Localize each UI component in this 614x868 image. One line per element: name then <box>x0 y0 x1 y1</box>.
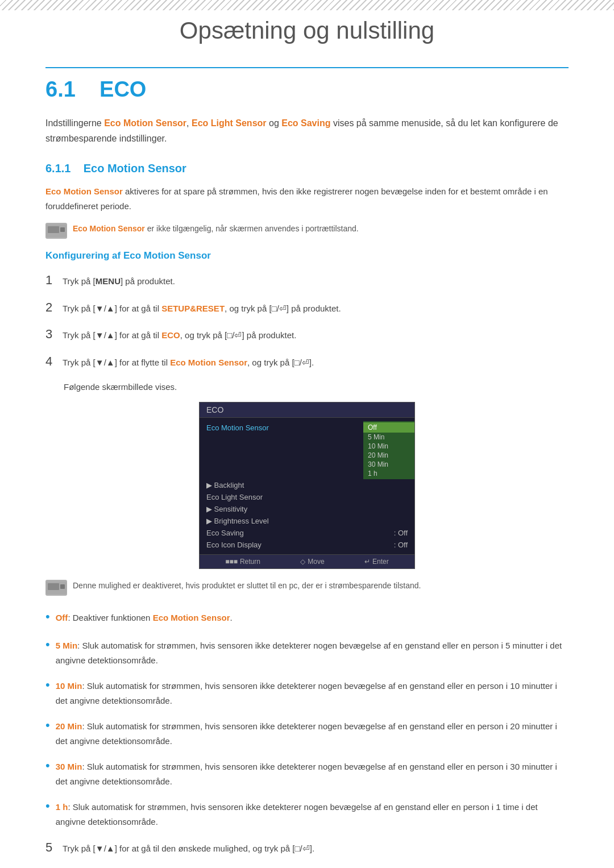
note-icon-1 <box>45 223 67 239</box>
bullet-dot-3: • <box>45 674 50 695</box>
svg-rect-5 <box>60 584 65 589</box>
menu-sensitivity-label: ▶ Sensitivity <box>206 505 247 513</box>
step-1: 1 Tryk på [MENU] på produktet. <box>45 269 569 290</box>
section-heading: 6.1 ECO <box>45 67 569 102</box>
steps-list: 1 Tryk på [MENU] på produktet. 2 Tryk på… <box>45 269 569 372</box>
menu-item-sensitivity: ▶ Sensitivity <box>200 503 414 515</box>
menu-item-eco-icon: Eco Icon Display : Off <box>200 539 414 551</box>
bullet-1h-text: 1 h: Sluk automatisk for strømmen, hvis … <box>56 800 569 829</box>
move-icon: ◇ <box>300 558 305 566</box>
bullet-off-text: Off: Deaktiver funktionen Eco Motion Sen… <box>56 610 233 625</box>
intro-highlight2: Eco Light Sensor <box>192 118 267 128</box>
bullet-10min-text: 10 Min: Sluk automatisk for strømmen, hv… <box>56 679 569 708</box>
bullet-dot-4: • <box>45 715 50 736</box>
menu-screenshot-wrapper: ECO Eco Motion Sensor Off 5 Min 10 Min 2… <box>45 402 569 569</box>
subsection-number: 6.1.1 <box>45 162 70 175</box>
enter-label: Enter <box>372 558 389 566</box>
return-label: Return <box>240 558 260 566</box>
menu-item-eco-light: Eco Light Sensor <box>200 491 414 503</box>
menu-eco-motion-row: Eco Motion Sensor Off 5 Min 10 Min 20 Mi… <box>200 421 414 479</box>
bullet-dot-5: • <box>45 755 50 776</box>
bullet-5min: • 5 Min: Sluk automatisk for strømmen, h… <box>45 635 569 667</box>
footer-return: ■■■ Return <box>225 558 260 566</box>
note-highlight: Eco Motion Sensor <box>73 224 145 233</box>
bullet-10min: • 10 Min: Sluk automatisk for strømmen, … <box>45 675 569 708</box>
step-2: 2 Tryk på [▼/▲] for at gå til SETUP&RESE… <box>45 297 569 318</box>
bullet-1h-term: 1 h <box>56 802 68 812</box>
desc-highlight: Eco Motion Sensor <box>45 186 123 196</box>
step5-num: 5 <box>45 837 57 858</box>
bullet-20min: • 20 Min: Sluk automatisk for strømmen, … <box>45 716 569 748</box>
step3-highlight: ECO <box>161 330 180 340</box>
bullet-list: • Off: Deaktiver funktionen Eco Motion S… <box>45 607 569 829</box>
bullet-30min-term: 30 Min <box>56 762 82 771</box>
menu-ecolight-label: Eco Light Sensor <box>206 493 263 501</box>
note-block-1: Eco Motion Sensor er ikke tilgængelig, n… <box>45 222 569 239</box>
subsection-heading: 6.1.1 Eco Motion Sensor <box>45 162 569 175</box>
description-paragraph: Eco Motion Sensor aktiveres for at spare… <box>45 184 569 213</box>
bullet-5min-term: 5 Min <box>56 641 77 650</box>
footer-enter: ↵ Enter <box>364 558 389 566</box>
step-3: 3 Tryk på [▼/▲] for at gå til ECO, og tr… <box>45 323 569 344</box>
footer-move: ◇ Move <box>300 558 324 566</box>
bullet-30min-text: 30 Min: Sluk automatisk for strømmen, hv… <box>56 759 569 788</box>
menu-ecosaving-value: : Off <box>394 529 408 537</box>
menu-item-backlight: ▶ Backlight <box>200 479 414 491</box>
note-icon-2 <box>45 580 67 596</box>
menu-ecoicon-label: Eco Icon Display <box>206 541 262 549</box>
intro-highlight1: Eco Motion Sensor <box>104 118 186 128</box>
move-label: Move <box>308 558 324 566</box>
step-5: 5 Tryk på [▼/▲] for at gå til den ønsked… <box>45 837 569 858</box>
config-heading: Konfigurering af Eco Motion Sensor <box>45 250 569 261</box>
step4-followup: Følgende skærmbillede vises. <box>64 382 569 392</box>
menu-brightness-label: ▶ Brightness Level <box>206 517 269 525</box>
bullet-off-term: Off <box>56 613 68 622</box>
svg-rect-2 <box>60 227 65 232</box>
section-number: 6.1 <box>45 77 76 101</box>
bullet-dot-6: • <box>45 795 50 816</box>
bullet-dot-2: • <box>45 634 50 655</box>
menu-dropdown: Off 5 Min 10 Min 20 Min 30 Min 1 h <box>363 421 414 479</box>
menu-body: Eco Motion Sensor Off 5 Min 10 Min 20 Mi… <box>200 418 414 554</box>
bullet-20min-text: 20 Min: Sluk automatisk for strømmen, hv… <box>56 719 569 748</box>
svg-rect-1 <box>48 226 59 233</box>
bullet-off-highlight: Eco Motion Sensor <box>153 613 230 622</box>
top-decorative-strip <box>0 0 614 10</box>
bullet-off: • Off: Deaktiver funktionen Eco Motion S… <box>45 607 569 627</box>
menu-item-eco-saving: Eco Saving : Off <box>200 527 414 539</box>
menu-title-bar: ECO <box>200 402 414 418</box>
step5-text: Tryk på [▼/▲] for at gå til den ønskede … <box>63 841 569 856</box>
intro-paragraph: Indstillingerne Eco Motion Sensor, Eco L… <box>45 115 569 146</box>
bullet-dot-1: • <box>45 606 50 627</box>
dropdown-10min: 10 Min <box>363 442 414 451</box>
intro-highlight3: Eco Saving <box>281 118 330 128</box>
return-icon: ■■■ <box>225 558 238 566</box>
enter-icon: ↵ <box>364 558 370 566</box>
dropdown-20min: 20 Min <box>363 451 414 460</box>
dropdown-5min: 5 Min <box>363 433 414 442</box>
svg-rect-4 <box>48 583 59 590</box>
bullet-30min: • 30 Min: Sluk automatisk for strømmen, … <box>45 756 569 788</box>
bullet-5min-text: 5 Min: Sluk automatisk for strømmen, hvi… <box>56 638 569 667</box>
menu-screenshot: ECO Eco Motion Sensor Off 5 Min 10 Min 2… <box>199 402 415 569</box>
page-title: Opsætning og nulstilling <box>0 17 614 44</box>
bullet-20min-term: 20 Min <box>56 721 82 731</box>
dropdown-off: Off <box>363 422 414 433</box>
step2-highlight: SETUP&RESET <box>161 304 225 313</box>
note-text-1: Eco Motion Sensor er ikke tilgængelig, n… <box>73 222 359 235</box>
main-content: 6.1 ECO Indstillingerne Eco Motion Senso… <box>0 56 614 868</box>
menu-backlight-label: ▶ Backlight <box>206 481 244 489</box>
menu-item-eco-motion-label: Eco Motion Sensor <box>200 421 363 479</box>
menu-ecosaving-label: Eco Saving <box>206 529 244 537</box>
section-title: ECO <box>99 77 146 101</box>
note-block-2: Denne mulighed er deaktiveret, hvis prod… <box>45 579 569 596</box>
bullet-10min-term: 10 Min <box>56 681 82 691</box>
dropdown-1h: 1 h <box>363 469 414 478</box>
menu-item-brightness: ▶ Brightness Level <box>200 515 414 527</box>
note-text-2: Denne mulighed er deaktiveret, hvis prod… <box>73 579 421 592</box>
bullet-1h: • 1 h: Sluk automatisk for strømmen, hvi… <box>45 796 569 829</box>
menu-footer: ■■■ Return ◇ Move ↵ Enter <box>200 554 414 568</box>
subsection-title: Eco Motion Sensor <box>84 162 186 175</box>
step-4: 4 Tryk på [▼/▲] for at flytte til Eco Mo… <box>45 351 569 372</box>
menu-ecoicon-value: : Off <box>394 541 408 549</box>
